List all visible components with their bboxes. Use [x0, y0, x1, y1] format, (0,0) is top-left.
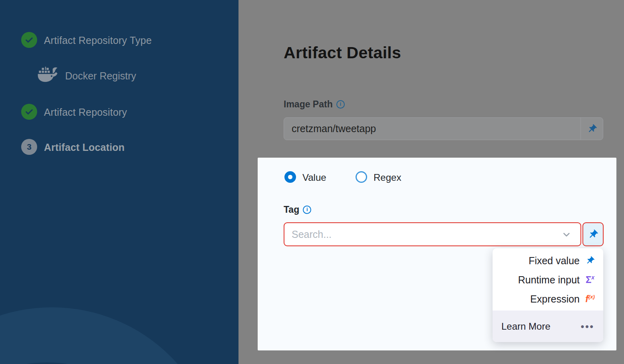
menu-footer: Learn More •••	[493, 311, 603, 342]
tag-pin-button[interactable]	[582, 222, 604, 246]
tag-spotlight-panel: Value Regex Tag i Fixed value	[258, 158, 616, 350]
sidebar-step-artifact-repository[interactable]: Artifact Repository	[0, 104, 238, 123]
pin-icon	[585, 227, 600, 242]
sidebar-decorative-arc	[0, 307, 220, 364]
sidebar-step-artifact-location[interactable]: 3 Artifact Location	[0, 139, 238, 158]
menu-item-expression[interactable]: Expression f(x)	[493, 289, 603, 309]
more-options-ellipsis[interactable]: •••	[581, 321, 594, 332]
image-path-label-row: Image Path i	[284, 99, 345, 110]
tag-search-input[interactable]	[284, 223, 559, 245]
radio-regex[interactable]	[356, 171, 367, 183]
info-icon[interactable]: i	[336, 100, 345, 109]
page-title: Artifact Details	[284, 44, 401, 62]
image-path-input[interactable]	[284, 118, 582, 140]
radio-regex-label[interactable]: Regex	[374, 172, 401, 183]
check-circle-icon	[21, 104, 37, 120]
image-path-field	[284, 117, 603, 140]
pin-icon	[584, 256, 596, 265]
artifact-wizard-dialog: Artifact Repository Type Docker Registry	[0, 0, 624, 364]
step-label: Artifact Repository	[44, 107, 127, 118]
menu-items: Fixed value Runtime input Σx Expression …	[493, 248, 603, 309]
fx-expression-icon: f(x)	[584, 294, 596, 305]
sidebar-step-artifact-repository-type[interactable]: Artifact Repository Type	[0, 32, 238, 51]
sidebar-substep-docker-registry[interactable]: Docker Registry	[0, 67, 238, 87]
value-type-dropdown-menu: Fixed value Runtime input Σx Expression …	[493, 248, 603, 342]
tag-label: Tag	[284, 204, 299, 215]
menu-item-fixed-value[interactable]: Fixed value	[493, 251, 603, 270]
image-path-label: Image Path	[284, 99, 333, 110]
learn-more-link[interactable]: Learn More	[501, 321, 550, 332]
substep-label: Docker Registry	[65, 70, 136, 82]
step-number-badge: 3	[21, 139, 37, 155]
pin-icon	[584, 121, 599, 136]
wizard-sidebar: Artifact Repository Type Docker Registry	[0, 0, 238, 364]
radio-value-label[interactable]: Value	[302, 172, 326, 183]
check-circle-icon	[21, 32, 37, 48]
info-icon[interactable]: i	[303, 206, 311, 214]
docker-whale-icon	[37, 66, 60, 84]
chevron-down-icon[interactable]	[561, 229, 572, 240]
step-label: Artifact Repository Type	[44, 35, 152, 46]
step-label: Artifact Location	[44, 142, 125, 153]
fixed-value-pin-button[interactable]	[580, 118, 603, 140]
tag-select-field	[284, 222, 581, 246]
tag-label-row: Tag i	[284, 204, 311, 215]
radio-value[interactable]	[284, 171, 296, 183]
sigma-x-icon: Σx	[584, 274, 596, 285]
menu-item-runtime-input[interactable]: Runtime input Σx	[493, 270, 603, 289]
